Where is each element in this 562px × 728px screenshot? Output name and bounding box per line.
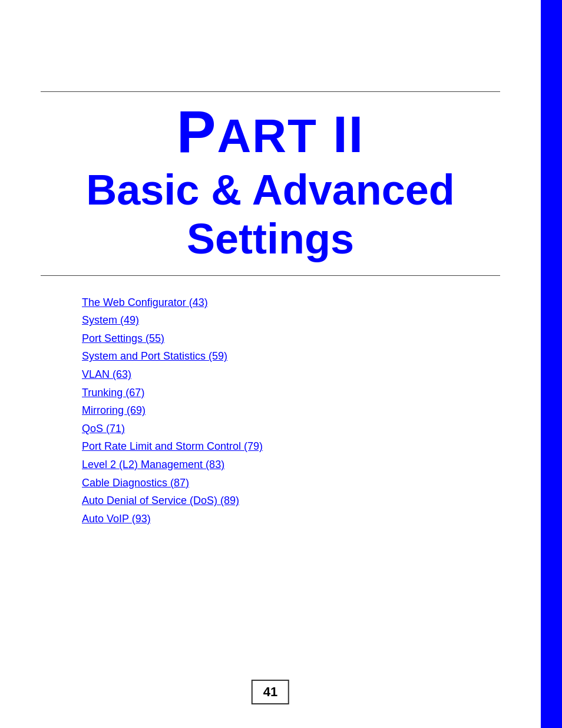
page-number: 41 (263, 684, 277, 699)
toc-item[interactable]: Auto Denial of Service (DoS) (89) (82, 492, 500, 510)
page-number-box: 41 (252, 680, 289, 704)
main-content: PART II Basic & Advanced Settings The We… (0, 0, 541, 728)
toc-item[interactable]: Trunking (67) (82, 384, 500, 402)
toc-item[interactable]: Mirroring (69) (82, 401, 500, 420)
top-divider (41, 91, 500, 92)
toc-item[interactable]: Port Rate Limit and Storm Control (79) (82, 437, 500, 456)
toc-item[interactable]: The Web Configurator (43) (82, 294, 500, 312)
toc-item[interactable]: Auto VoIP (93) (82, 510, 500, 528)
title-section: PART II Basic & Advanced Settings (86, 98, 455, 263)
toc-section: The Web Configurator (43)System (49)Port… (41, 294, 500, 528)
right-sidebar-bar (541, 0, 562, 728)
toc-item[interactable]: VLAN (63) (82, 365, 500, 384)
subtitle-line1: Basic & Advanced (86, 166, 455, 215)
part-title: PART II (86, 98, 455, 166)
subtitle-line2: Settings (86, 215, 455, 263)
toc-item[interactable]: Level 2 (L2) Management (83) (82, 456, 500, 474)
toc-item[interactable]: QoS (71) (82, 420, 500, 438)
subtitle: Basic & Advanced Settings (86, 166, 455, 263)
toc-item[interactable]: Port Settings (55) (82, 330, 500, 348)
toc-item[interactable]: System and Port Statistics (59) (82, 347, 500, 365)
toc-item[interactable]: Cable Diagnostics (87) (82, 474, 500, 492)
toc-item[interactable]: System (49) (82, 311, 500, 330)
bottom-divider (41, 275, 500, 276)
part-title-text: PART II (177, 105, 364, 163)
